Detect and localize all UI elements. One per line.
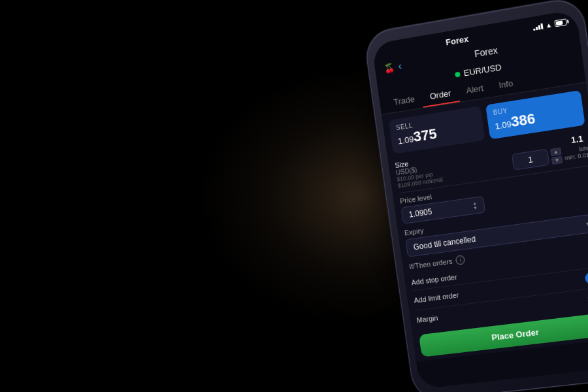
instrument-name[interactable]: EUR/USD [463,62,502,78]
ifthen-label: If/Then orders [408,257,453,270]
wifi-icon: ▲ [545,21,553,29]
stepper-down[interactable]: ▼ [551,155,563,164]
buy-button[interactable]: BUY 1.09 386 [485,90,585,139]
sell-button[interactable]: SELL 1.09 375 [389,106,485,154]
expiry-value: Good till cancelled [413,235,476,252]
size-right: 1.1 ▲ ▼ lots min: 0.01 [510,133,588,171]
battery-icon [554,18,567,27]
add-stop-label: Add stop order [411,273,457,287]
main-content: SELL 1.09 375 BUY 1.09 386 [382,82,588,361]
stepper-up[interactable]: ▲ [550,147,562,155]
margin-label: Margin [416,314,438,324]
size-stepper[interactable]: ▲ ▼ [550,147,563,164]
instrument-status-dot [455,71,461,77]
add-limit-toggle[interactable] [584,270,588,285]
ifthen-info-icon[interactable]: i [455,255,466,265]
sell-price-big: 375 [412,125,438,146]
signal-icon [532,22,543,31]
app-title-label: Forex [445,33,469,47]
back-button[interactable]: ‹ [397,60,402,72]
lots-info: lots min: 0.01 [563,144,588,161]
cherry-icon: 🍒 [384,62,395,74]
price-level-stepper[interactable]: ▲ ▼ [472,201,478,210]
buy-price-prefix: 1.09 [495,119,512,131]
add-limit-label: Add limit order [414,291,459,304]
expiry-chevron: ▼ [585,220,588,227]
sell-price-prefix: 1.09 [397,134,414,146]
status-icons: ▲ [532,18,567,31]
buy-price-big: 386 [510,110,536,131]
price-level-value: 1.0905 [408,207,433,220]
